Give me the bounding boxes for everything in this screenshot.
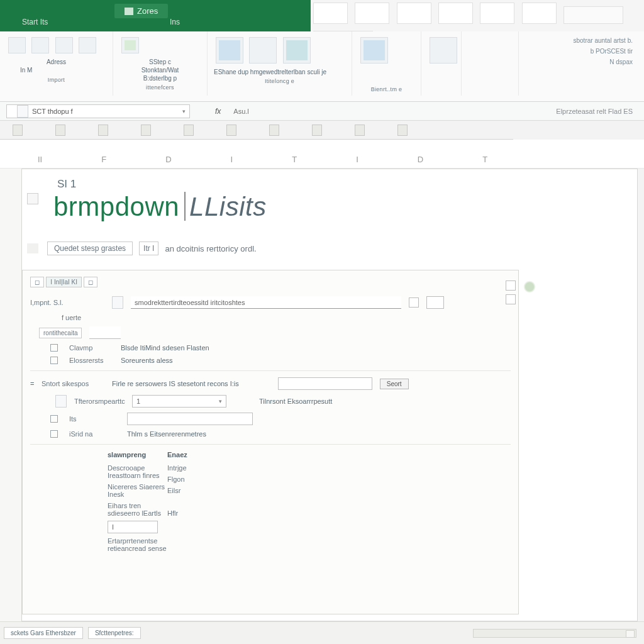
header-input-row: I,mpnt. S.l. smodrekttertirdteoessitd ir… (23, 294, 518, 311)
page-title-part1: brmpdown (53, 192, 179, 221)
ribbon-icon-table[interactable] (121, 37, 139, 53)
subtitle-button-2[interactable]: Itr I (139, 242, 158, 255)
kv-col-2: Enaez Intrjge Flgon Eilsr Hflr (167, 451, 243, 519)
subtitle-button-1[interactable]: Quedet stesp grastes (47, 242, 133, 255)
worksheet[interactable]: SI 1 brmpdownLLisits Quedet stesp graste… (21, 169, 638, 621)
row-marker (27, 243, 38, 253)
sort-button[interactable]: Seort (380, 379, 409, 389)
header-picker[interactable] (426, 296, 444, 309)
checkbox-clamp[interactable] (50, 344, 58, 352)
opt1-right: Tilnrsont Eksoarrrpesutt (259, 397, 332, 405)
collapse-toggle[interactable] (27, 193, 38, 204)
qat-button-2[interactable] (355, 3, 389, 24)
header-dropdown[interactable] (409, 297, 419, 308)
panel-tab-left[interactable]: ◻ (30, 277, 44, 287)
opt3-label: iSrid na (69, 430, 119, 438)
toolbar-btn-8[interactable] (312, 125, 322, 136)
window-tabs: Start Its Zores Ins (0, 0, 311, 31)
opt1-dropdown[interactable]: 1 (132, 395, 226, 408)
toolbar-btn-5[interactable] (184, 125, 194, 136)
opt2-input[interactable] (127, 413, 253, 425)
col-7[interactable]: D (418, 155, 423, 164)
ribbon-icon-chart[interactable] (216, 37, 243, 64)
col-5[interactable]: T (292, 155, 297, 164)
toolbar-btn-7[interactable] (269, 125, 279, 136)
toolbar-btn-2[interactable] (55, 125, 65, 136)
section-sort-text: Firle re sersowers IS stesetont recons I… (112, 380, 239, 387)
ribbon-icon-pivot[interactable] (249, 37, 277, 64)
toolbar-btn-3[interactable] (98, 125, 108, 136)
ribbon-group-3-caption: Ititeloncg e (214, 78, 345, 84)
name-box[interactable]: SCT thdopu f (6, 104, 190, 118)
panel-side-btn-2[interactable] (506, 294, 516, 304)
ribbon-icon-clipboard[interactable] (8, 37, 26, 53)
row-label-1: I,mpnt. S.l. (30, 299, 99, 306)
panel-tab-main[interactable]: I InI|IaI KI (46, 277, 82, 287)
row-2-underline[interactable] (89, 326, 121, 339)
ribbon: Adress In M Import SStep c Stonktan/Wat … (0, 31, 644, 102)
kv-col1-input[interactable]: I (108, 521, 158, 533)
header-icon (112, 296, 123, 309)
qat-button-1[interactable] (313, 3, 348, 24)
kv-col2-head: Enaez (167, 451, 243, 462)
toolbar-btn-4[interactable] (141, 125, 151, 136)
col-2[interactable]: F (101, 155, 106, 164)
ribbon-icon-globe[interactable] (283, 37, 311, 64)
row-2-chip[interactable]: rontithecaita (39, 328, 82, 338)
kv-col1-b: Nicereres Siaerers Inesk (108, 481, 167, 500)
kv-col1-a: Descrooape Ireasttoarn finres (108, 462, 167, 481)
sheet-tab-bar: sckets Gars Ethersbzer Sfcttenpetres: (0, 621, 644, 644)
ribbon-icon-filter[interactable] (430, 37, 457, 64)
title-cursor (184, 192, 186, 221)
formula-input[interactable]: Asu.l (233, 108, 248, 115)
section-sort-field[interactable] (278, 377, 372, 390)
checkbox-eloss[interactable] (50, 357, 58, 364)
qat-button-wide-1[interactable] (564, 6, 623, 24)
toolbar-btn-10[interactable] (397, 125, 408, 136)
ribbon-label-1a: Adress (6, 58, 106, 65)
opt1-label: Tfterorsmpearttc (74, 397, 125, 405)
col-1[interactable]: II (38, 155, 42, 164)
ribbon-icon-calendar[interactable] (360, 37, 388, 64)
opt-row-3: iSrid na Thlm s Eitsenrerenmetres (23, 428, 518, 440)
ribbon-tab-start[interactable]: Start Its (22, 18, 48, 26)
checkbox-opt2[interactable] (50, 415, 58, 423)
fx-button[interactable]: fx (215, 107, 221, 116)
ribbon-icon-format[interactable] (79, 37, 96, 53)
ribbon-right-entry-1[interactable]: sbotrar auntal artst b. (525, 35, 638, 46)
header-input[interactable]: smodrekttertirdteoessitd iritcitoshtes (131, 296, 401, 309)
col-3[interactable]: D (165, 155, 171, 164)
ribbon-group-3: EShane dup hmgewedtrelterlban sculi je I… (208, 31, 352, 96)
row-4-value: Soreurents aless (121, 357, 173, 364)
panel-tab-right[interactable]: ◻ (84, 277, 97, 287)
ribbon-tab-active-label: Zores (137, 6, 158, 16)
qat-button-5[interactable] (480, 3, 514, 24)
col-6[interactable]: I (356, 155, 358, 164)
sheet-tab-2[interactable]: Sfcttenpetres: (88, 627, 141, 639)
name-box-text: SCT thdopu f (32, 108, 73, 115)
row-2: rontithecaita (23, 324, 518, 341)
col-4[interactable]: I (231, 155, 233, 164)
col-8[interactable]: T (482, 155, 487, 164)
ribbon-icon-copy[interactable] (55, 37, 73, 53)
kv-col2-b: Flgon (167, 474, 243, 485)
horizontal-scrollbar[interactable] (473, 629, 636, 638)
toolbar-btn-6[interactable] (226, 125, 236, 136)
subtitle-row: Quedet stesp grastes Itr I an dcoitnis r… (47, 240, 310, 257)
row-3-label: Clavmp (69, 344, 113, 352)
ribbon-tab-active[interactable]: Zores (114, 4, 168, 18)
checkbox-opt3[interactable] (50, 430, 58, 438)
options-panel: ◻ I InI|IaI KI ◻ I,mpnt. S.l. smodrektte… (22, 270, 519, 614)
toolbar-btn-1[interactable] (13, 125, 23, 136)
qat-button-6[interactable] (522, 3, 557, 24)
ribbon-right-entry-2[interactable]: b POrSCESt tir (525, 46, 638, 57)
panel-side-btn-1[interactable] (506, 280, 516, 291)
ribbon-group-2: SStep c Stonktan/Wat B:dsterlbg p ittene… (113, 31, 208, 96)
ribbon-tab-insert[interactable]: Ins (170, 18, 180, 26)
ribbon-right-entry-3[interactable]: N dspax (525, 57, 638, 67)
toolbar-btn-9[interactable] (355, 125, 365, 136)
ribbon-icon-paste[interactable] (31, 37, 49, 53)
sheet-tab-1[interactable]: sckets Gars Ethersbzer (4, 627, 83, 639)
qat-button-4[interactable] (438, 3, 473, 24)
qat-button-3[interactable] (397, 3, 431, 24)
